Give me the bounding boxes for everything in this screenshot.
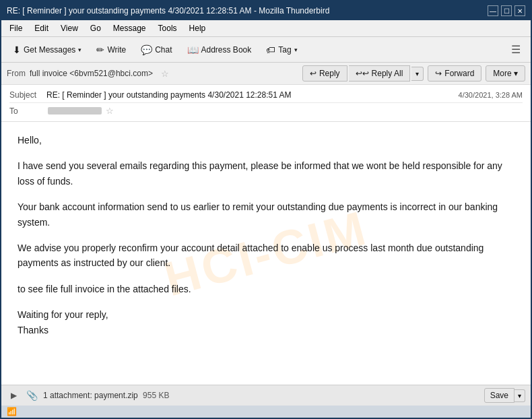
- reply-all-dropdown-button[interactable]: ▾: [411, 67, 424, 81]
- attachment-size: 955 KB: [143, 391, 169, 400]
- expand-button[interactable]: ▶: [7, 389, 21, 401]
- forward-button[interactable]: ↪ Forward: [428, 65, 481, 82]
- address-book-button[interactable]: 📖 Address Book: [181, 41, 258, 59]
- actionbar: From full invoice <6bvm521@hbci.com> ☆ ↩…: [1, 63, 531, 85]
- wifi-icon: 📶: [7, 407, 17, 416]
- toolbar: ⬇ Get Messages ▾ ✏ Write 💬 Chat 📖 Addres…: [1, 37, 531, 63]
- more-label: More ▾: [493, 69, 518, 78]
- subject-row: Subject RE: [ Reminder ] your outstandin…: [9, 89, 523, 101]
- menu-edit[interactable]: Edit: [29, 22, 54, 35]
- bottom-bar: 📶: [1, 406, 531, 418]
- attachment-icon: 📎: [26, 390, 38, 401]
- tag-button[interactable]: 🏷 Tag ▾: [260, 41, 303, 59]
- minimize-button[interactable]: —: [488, 5, 498, 16]
- reply-icon: ↩: [310, 69, 317, 78]
- forward-icon: ↪: [435, 69, 442, 78]
- reply-all-button[interactable]: ↩↩ Reply All: [349, 65, 411, 82]
- email-para-2: Your bank account information send to us…: [18, 199, 514, 230]
- chat-icon: 💬: [141, 44, 152, 55]
- save-button[interactable]: Save: [484, 388, 514, 403]
- menu-file[interactable]: File: [4, 22, 28, 35]
- email-date: 4/30/2021, 3:28 AM: [459, 91, 523, 99]
- action-buttons: ↩ Reply ↩↩ Reply All ▾ ↪ Forward More ▾: [302, 65, 525, 82]
- statusbar-left: ▶ 📎 1 attachment: payment.zip 955 KB: [7, 389, 169, 401]
- write-icon: ✏: [96, 44, 104, 55]
- subject-label: Subject: [9, 90, 46, 100]
- statusbar: ▶ 📎 1 attachment: payment.zip 955 KB Sav…: [1, 385, 531, 406]
- titlebar: RE: [ Reminder ] your outstanding paymen…: [1, 1, 531, 20]
- from-star-icon[interactable]: ☆: [161, 69, 169, 79]
- main-window: RE: [ Reminder ] your outstanding paymen…: [0, 0, 532, 419]
- to-label: To: [9, 106, 46, 116]
- address-book-label: Address Book: [201, 45, 252, 55]
- menu-go[interactable]: Go: [85, 22, 106, 35]
- window-title: RE: [ Reminder ] your outstanding paymen…: [7, 6, 488, 15]
- get-messages-dropdown-icon: ▾: [78, 46, 81, 53]
- reply-all-icon: ↩↩: [356, 69, 369, 78]
- write-button[interactable]: ✏ Write: [90, 41, 132, 59]
- get-messages-label: Get Messages: [24, 45, 75, 55]
- subject-value: RE: [ Reminder ] your outstanding paymen…: [46, 90, 453, 100]
- tag-dropdown-icon: ▾: [294, 46, 298, 53]
- menu-view[interactable]: View: [55, 22, 84, 35]
- email-headers: Subject RE: [ Reminder ] your outstandin…: [1, 85, 531, 122]
- chat-button[interactable]: 💬 Chat: [135, 41, 178, 59]
- attachment-count: 1 attachment: payment.zip: [43, 391, 138, 400]
- get-messages-icon: ⬇: [13, 44, 21, 55]
- tag-label: Tag: [278, 45, 291, 55]
- from-label-display: From: [7, 69, 26, 78]
- menu-help[interactable]: Help: [184, 22, 211, 35]
- email-para-5: Waiting for your reply, Thanks: [18, 307, 514, 337]
- get-messages-button[interactable]: ⬇ Get Messages ▾: [7, 41, 88, 59]
- reply-button[interactable]: ↩ Reply: [302, 65, 347, 82]
- address-book-icon: 📖: [187, 44, 199, 55]
- to-row: To ☆: [9, 104, 523, 117]
- menu-message[interactable]: Message: [108, 22, 152, 35]
- save-dropdown-button[interactable]: ▾: [514, 389, 525, 402]
- to-value-blurred: [48, 107, 102, 115]
- statusbar-right: Save ▾: [484, 388, 525, 403]
- email-content: Hello, I have send you several emails re…: [18, 133, 514, 337]
- chat-label: Chat: [155, 45, 172, 55]
- from-display: From full invoice <6bvm521@hbci.com> ☆: [7, 69, 169, 79]
- attachment-info: 1 attachment: payment.zip 955 KB: [43, 391, 169, 400]
- forward-label: Forward: [444, 69, 474, 78]
- menu-tools[interactable]: Tools: [153, 22, 182, 35]
- to-star-icon[interactable]: ☆: [106, 106, 114, 116]
- menubar: File Edit View Go Message Tools Help: [1, 20, 531, 37]
- save-label: Save: [490, 391, 508, 400]
- from-value-display: full invoice <6bvm521@hbci.com>: [30, 69, 153, 78]
- more-button[interactable]: More ▾: [486, 65, 525, 82]
- email-para-3: We advise you properly reconfirm your ac…: [18, 240, 514, 271]
- reply-label: Reply: [319, 69, 340, 78]
- maximize-button[interactable]: ☐: [501, 5, 512, 16]
- window-controls: — ☐ ✕: [488, 5, 525, 16]
- email-para-4: to see file full invoice in the attached…: [18, 282, 514, 296]
- toolbar-menu-button[interactable]: ☰: [506, 40, 525, 59]
- email-para-1: I have send you several emails regarding…: [18, 158, 514, 189]
- reply-all-label: Reply All: [372, 69, 403, 78]
- close-button[interactable]: ✕: [514, 5, 525, 16]
- tag-icon: 🏷: [266, 44, 275, 55]
- email-body: HCI-CIM Hello, I have send you several e…: [1, 122, 531, 385]
- write-label: Write: [107, 45, 126, 55]
- email-para-0: Hello,: [18, 133, 514, 148]
